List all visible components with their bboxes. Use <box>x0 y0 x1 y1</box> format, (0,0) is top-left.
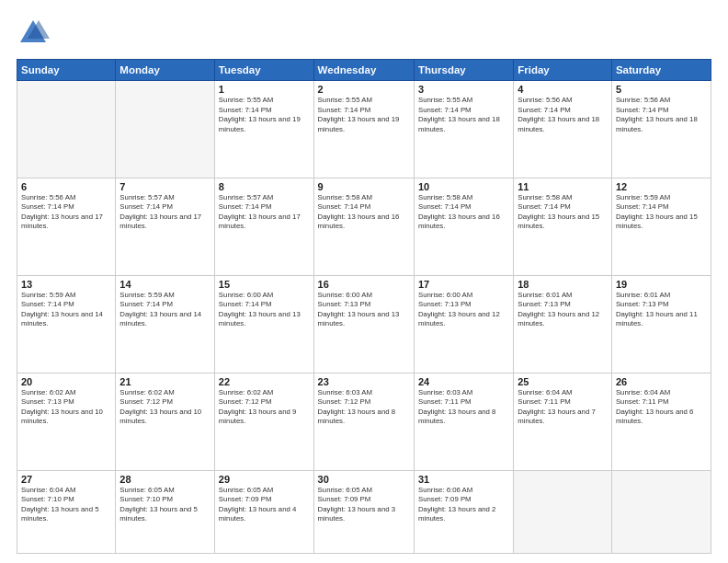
calendar-page: SundayMondayTuesdayWednesdayThursdayFrid… <box>0 0 728 563</box>
day-info: Sunrise: 5:56 AM Sunset: 7:14 PM Dayligh… <box>21 193 111 232</box>
calendar-cell: 2Sunrise: 5:55 AM Sunset: 7:14 PM Daylig… <box>313 81 414 178</box>
day-number: 19 <box>616 279 707 290</box>
weekday-header-monday: Monday <box>116 60 215 81</box>
calendar-cell: 7Sunrise: 5:57 AM Sunset: 7:14 PM Daylig… <box>116 178 215 275</box>
day-info: Sunrise: 6:06 AM Sunset: 7:09 PM Dayligh… <box>418 486 509 524</box>
weekday-header-saturday: Saturday <box>611 60 711 81</box>
day-info: Sunrise: 5:55 AM Sunset: 7:14 PM Dayligh… <box>219 96 310 134</box>
weekday-header-wednesday: Wednesday <box>313 60 414 81</box>
calendar-cell: 17Sunrise: 6:00 AM Sunset: 7:13 PM Dayli… <box>414 275 513 373</box>
calendar-cell: 6Sunrise: 5:56 AM Sunset: 7:14 PM Daylig… <box>17 178 116 275</box>
day-info: Sunrise: 5:56 AM Sunset: 7:14 PM Dayligh… <box>518 96 608 134</box>
calendar-cell <box>17 81 116 178</box>
calendar-cell: 18Sunrise: 6:01 AM Sunset: 7:13 PM Dayli… <box>514 275 612 373</box>
calendar-cell: 1Sunrise: 5:55 AM Sunset: 7:14 PM Daylig… <box>214 81 313 178</box>
week-row-1: 1Sunrise: 5:55 AM Sunset: 7:14 PM Daylig… <box>17 81 711 178</box>
day-number: 16 <box>318 279 410 290</box>
calendar-cell: 25Sunrise: 6:04 AM Sunset: 7:11 PM Dayli… <box>514 373 612 470</box>
day-number: 9 <box>318 181 410 192</box>
day-number: 26 <box>616 376 707 387</box>
day-info: Sunrise: 5:58 AM Sunset: 7:14 PM Dayligh… <box>518 193 608 232</box>
day-info: Sunrise: 6:05 AM Sunset: 7:09 PM Dayligh… <box>318 486 410 524</box>
day-info: Sunrise: 6:05 AM Sunset: 7:09 PM Dayligh… <box>219 486 310 524</box>
day-number: 14 <box>119 279 210 290</box>
day-number: 18 <box>518 279 608 290</box>
week-row-3: 13Sunrise: 5:59 AM Sunset: 7:14 PM Dayli… <box>17 275 711 373</box>
calendar-cell: 14Sunrise: 5:59 AM Sunset: 7:14 PM Dayli… <box>116 275 215 373</box>
day-info: Sunrise: 5:58 AM Sunset: 7:14 PM Dayligh… <box>318 193 410 232</box>
day-number: 22 <box>219 376 310 387</box>
day-info: Sunrise: 6:04 AM Sunset: 7:10 PM Dayligh… <box>21 486 111 524</box>
day-number: 25 <box>518 376 608 387</box>
calendar-cell: 3Sunrise: 5:55 AM Sunset: 7:14 PM Daylig… <box>414 81 513 178</box>
logo-icon <box>17 17 50 50</box>
calendar-cell: 11Sunrise: 5:58 AM Sunset: 7:14 PM Dayli… <box>514 178 612 275</box>
calendar-cell: 12Sunrise: 5:59 AM Sunset: 7:14 PM Dayli… <box>611 178 711 275</box>
day-number: 23 <box>318 376 410 387</box>
calendar-cell: 22Sunrise: 6:02 AM Sunset: 7:12 PM Dayli… <box>214 373 313 470</box>
calendar-cell: 28Sunrise: 6:05 AM Sunset: 7:10 PM Dayli… <box>116 470 215 553</box>
day-info: Sunrise: 6:00 AM Sunset: 7:13 PM Dayligh… <box>418 291 509 329</box>
weekday-header-row: SundayMondayTuesdayWednesdayThursdayFrid… <box>17 60 711 81</box>
header <box>17 17 711 50</box>
weekday-header-sunday: Sunday <box>17 60 116 81</box>
day-number: 1 <box>219 84 310 95</box>
week-row-5: 27Sunrise: 6:04 AM Sunset: 7:10 PM Dayli… <box>17 470 711 553</box>
day-number: 3 <box>418 84 509 95</box>
day-info: Sunrise: 6:04 AM Sunset: 7:11 PM Dayligh… <box>616 388 707 427</box>
day-number: 15 <box>219 279 310 290</box>
calendar-cell <box>116 81 215 178</box>
day-number: 20 <box>21 376 111 387</box>
day-info: Sunrise: 5:57 AM Sunset: 7:14 PM Dayligh… <box>119 193 210 232</box>
day-info: Sunrise: 6:01 AM Sunset: 7:13 PM Dayligh… <box>518 291 608 329</box>
day-number: 10 <box>418 181 509 192</box>
calendar-cell: 10Sunrise: 5:58 AM Sunset: 7:14 PM Dayli… <box>414 178 513 275</box>
day-info: Sunrise: 6:05 AM Sunset: 7:10 PM Dayligh… <box>119 486 210 524</box>
day-number: 17 <box>418 279 509 290</box>
day-number: 29 <box>219 474 310 485</box>
day-info: Sunrise: 5:55 AM Sunset: 7:14 PM Dayligh… <box>318 96 410 134</box>
calendar-cell: 27Sunrise: 6:04 AM Sunset: 7:10 PM Dayli… <box>17 470 116 553</box>
day-info: Sunrise: 6:03 AM Sunset: 7:12 PM Dayligh… <box>318 388 410 427</box>
weekday-header-tuesday: Tuesday <box>214 60 313 81</box>
calendar-cell: 29Sunrise: 6:05 AM Sunset: 7:09 PM Dayli… <box>214 470 313 553</box>
day-number: 31 <box>418 474 509 485</box>
calendar-cell: 4Sunrise: 5:56 AM Sunset: 7:14 PM Daylig… <box>514 81 612 178</box>
day-number: 8 <box>219 181 310 192</box>
calendar-cell: 30Sunrise: 6:05 AM Sunset: 7:09 PM Dayli… <box>313 470 414 553</box>
day-info: Sunrise: 6:02 AM Sunset: 7:13 PM Dayligh… <box>21 388 111 427</box>
calendar-cell: 9Sunrise: 5:58 AM Sunset: 7:14 PM Daylig… <box>313 178 414 275</box>
calendar-cell: 26Sunrise: 6:04 AM Sunset: 7:11 PM Dayli… <box>611 373 711 470</box>
calendar-table: SundayMondayTuesdayWednesdayThursdayFrid… <box>17 59 711 554</box>
day-info: Sunrise: 6:04 AM Sunset: 7:11 PM Dayligh… <box>518 388 608 427</box>
day-number: 21 <box>119 376 210 387</box>
calendar-cell: 23Sunrise: 6:03 AM Sunset: 7:12 PM Dayli… <box>313 373 414 470</box>
day-number: 28 <box>119 474 210 485</box>
day-number: 27 <box>21 474 111 485</box>
day-number: 13 <box>21 279 111 290</box>
day-info: Sunrise: 5:59 AM Sunset: 7:14 PM Dayligh… <box>119 291 210 329</box>
day-number: 2 <box>318 84 410 95</box>
calendar-cell: 16Sunrise: 6:00 AM Sunset: 7:13 PM Dayli… <box>313 275 414 373</box>
day-number: 4 <box>518 84 608 95</box>
day-number: 12 <box>616 181 707 192</box>
calendar-cell: 15Sunrise: 6:00 AM Sunset: 7:14 PM Dayli… <box>214 275 313 373</box>
day-info: Sunrise: 5:58 AM Sunset: 7:14 PM Dayligh… <box>418 193 509 232</box>
day-info: Sunrise: 6:02 AM Sunset: 7:12 PM Dayligh… <box>219 388 310 427</box>
calendar-cell: 8Sunrise: 5:57 AM Sunset: 7:14 PM Daylig… <box>214 178 313 275</box>
day-number: 11 <box>518 181 608 192</box>
week-row-4: 20Sunrise: 6:02 AM Sunset: 7:13 PM Dayli… <box>17 373 711 470</box>
calendar-cell <box>514 470 612 553</box>
day-number: 30 <box>318 474 410 485</box>
weekday-header-thursday: Thursday <box>414 60 513 81</box>
day-number: 7 <box>119 181 210 192</box>
calendar-cell: 31Sunrise: 6:06 AM Sunset: 7:09 PM Dayli… <box>414 470 513 553</box>
day-number: 24 <box>418 376 509 387</box>
day-info: Sunrise: 5:57 AM Sunset: 7:14 PM Dayligh… <box>219 193 310 232</box>
calendar-cell: 20Sunrise: 6:02 AM Sunset: 7:13 PM Dayli… <box>17 373 116 470</box>
day-info: Sunrise: 6:00 AM Sunset: 7:14 PM Dayligh… <box>219 291 310 329</box>
day-info: Sunrise: 6:00 AM Sunset: 7:13 PM Dayligh… <box>318 291 410 329</box>
day-info: Sunrise: 6:01 AM Sunset: 7:13 PM Dayligh… <box>616 291 707 329</box>
day-info: Sunrise: 5:59 AM Sunset: 7:14 PM Dayligh… <box>616 193 707 232</box>
calendar-cell <box>611 470 711 553</box>
